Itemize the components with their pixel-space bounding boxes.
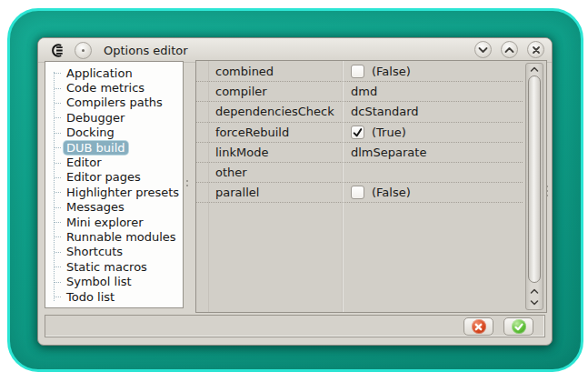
property-row[interactable]: other: [196, 163, 523, 183]
tree-item[interactable]: Highlighter presets: [45, 185, 183, 199]
coedit-logo-icon: [50, 43, 65, 58]
property-row[interactable]: forceRebuild(True): [196, 123, 523, 143]
property-row[interactable]: linkModedlmSeparate: [196, 143, 523, 163]
tree-item-label: Shortcuts: [64, 245, 125, 258]
tree-item[interactable]: Shortcuts: [45, 245, 183, 259]
tree-item[interactable]: Debugger: [45, 110, 183, 125]
checkbox-checked[interactable]: [351, 126, 364, 139]
tree-item-label: Docking: [64, 126, 117, 139]
close-icon: [532, 45, 541, 55]
tree-item[interactable]: Compilers paths: [45, 96, 183, 110]
tree-item[interactable]: Messages: [45, 200, 183, 215]
tree-item-label: Compilers paths: [64, 96, 165, 109]
property-value-text: (False): [372, 186, 411, 199]
property-value-text: dcStandard: [351, 105, 419, 118]
tree-item[interactable]: DUB build: [45, 140, 183, 155]
panel-splitter-handle[interactable]: [186, 180, 188, 189]
property-value[interactable]: dlmSeparate: [342, 146, 523, 159]
property-value-text: dlmSeparate: [351, 146, 426, 159]
check-icon: [353, 127, 363, 137]
scroll-down-button[interactable]: [526, 299, 543, 306]
tree-item-label: Code metrics: [64, 81, 147, 95]
property-name: forceRebuild: [208, 126, 342, 139]
tree-item-label: Messages: [64, 200, 127, 214]
tree-item-label: Mini explorer: [64, 216, 146, 229]
chevron-up-icon: [504, 46, 514, 54]
maximize-button[interactable]: [501, 41, 518, 58]
tree-item-label: Application: [64, 66, 135, 80]
property-name: other: [208, 166, 342, 179]
property-value-text: dmd: [351, 85, 377, 98]
red-cross-icon: [472, 319, 486, 334]
property-value-text: (True): [372, 126, 406, 139]
pin-dot-icon: [82, 49, 85, 52]
scroll-up-button[interactable]: [526, 66, 543, 73]
property-value-text: (False): [372, 65, 411, 78]
tree-item[interactable]: Symbol list: [45, 274, 183, 288]
property-name: parallel: [208, 186, 342, 199]
tree-item[interactable]: Code metrics: [45, 80, 183, 95]
scroll-up-button-bottom[interactable]: [526, 288, 543, 295]
property-value[interactable]: (False): [342, 65, 523, 78]
tree-item-label: Editor: [64, 156, 104, 169]
chevron-up-icon: [530, 288, 539, 295]
window-title: Options editor: [104, 44, 188, 57]
tree-item-label: DUB build: [64, 141, 128, 155]
checkbox-unchecked[interactable]: [351, 65, 364, 78]
property-name: compiler: [208, 85, 342, 98]
checkbox-unchecked[interactable]: [351, 186, 364, 199]
property-row[interactable]: compilerdmd: [196, 82, 523, 102]
minimize-button[interactable]: [474, 41, 492, 58]
scrollbar-thumb[interactable]: [528, 75, 541, 283]
tree-item[interactable]: Todo list: [45, 289, 183, 304]
chevron-down-icon: [478, 46, 488, 54]
property-row[interactable]: combined(False): [196, 62, 523, 82]
tree-item-label: Editor pages: [64, 170, 144, 184]
tree-item[interactable]: Docking: [45, 126, 183, 140]
tree-item[interactable]: Application: [45, 65, 183, 80]
property-row[interactable]: dependenciesCheckdcStandard: [196, 102, 523, 122]
property-value[interactable]: dcStandard: [342, 105, 523, 118]
options-category-tree: ApplicationCode metricsCompilers pathsDe…: [45, 61, 184, 308]
options-editor-window: Options editor ApplicationCode metricsCo…: [37, 37, 553, 346]
tree-item-label: Runnable modules: [64, 230, 179, 244]
property-value[interactable]: dmd: [342, 85, 523, 98]
tree-item-label: Todo list: [64, 290, 117, 304]
tree-item[interactable]: Editor pages: [45, 170, 183, 185]
tree-item-label: Highlighter presets: [64, 186, 182, 199]
tree-item[interactable]: Static macros: [45, 259, 183, 274]
close-button[interactable]: [527, 41, 544, 58]
tree-item-label: Symbol list: [64, 275, 135, 288]
titlebar[interactable]: Options editor: [38, 38, 552, 63]
property-value[interactable]: (True): [342, 126, 523, 139]
chevron-up-icon: [530, 66, 539, 73]
property-name: combined: [208, 65, 342, 78]
property-name: dependenciesCheck: [208, 105, 342, 118]
tree-item[interactable]: Runnable modules: [45, 229, 183, 244]
accept-button[interactable]: [503, 317, 533, 336]
tree-item[interactable]: Mini explorer: [45, 215, 183, 229]
vertical-scrollbar[interactable]: [525, 63, 543, 310]
footer-bar: [45, 315, 545, 337]
window-pin-button[interactable]: [75, 42, 92, 59]
tree-item-label: Debugger: [64, 111, 127, 125]
property-row[interactable]: parallel(False): [196, 183, 523, 203]
property-name: linkMode: [208, 146, 342, 159]
cancel-button[interactable]: [463, 317, 493, 336]
chevron-down-icon: [530, 299, 539, 306]
tree-item-label: Static macros: [64, 260, 150, 274]
tree-item[interactable]: Editor: [45, 155, 183, 169]
property-grid: combined(False)compilerdmddependenciesCh…: [195, 60, 547, 313]
green-check-icon: [512, 319, 526, 334]
property-value[interactable]: (False): [342, 186, 523, 199]
